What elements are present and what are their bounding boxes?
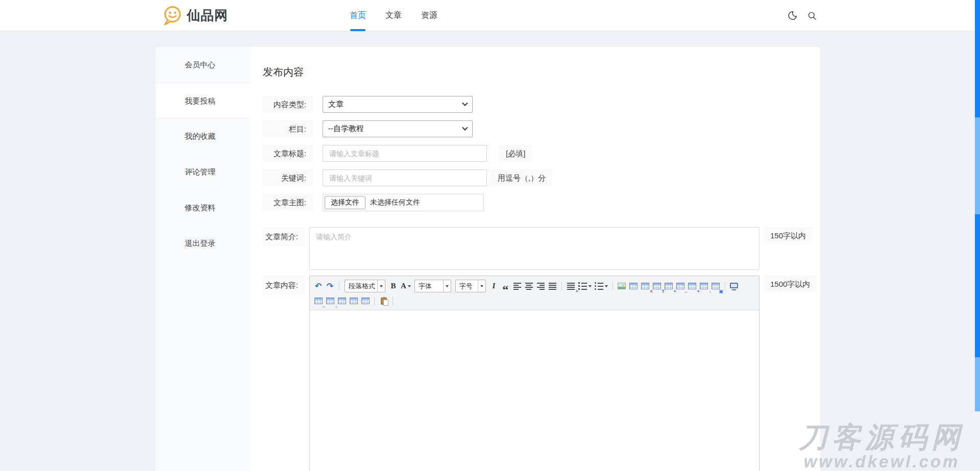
redo-icon[interactable]: ↷ <box>325 281 335 291</box>
unordered-list-icon[interactable] <box>594 281 609 291</box>
main-image-label: 文章主图: <box>263 194 313 211</box>
chevron-down-icon <box>377 280 385 292</box>
sidebar: 会员中心我要投稿我的收藏评论管理修改资料退出登录 <box>156 47 250 471</box>
content-type-value: 文章 <box>328 100 344 109</box>
keywords-hint: 用逗号（,）分 <box>491 169 552 186</box>
insert-row-right-icon[interactable]: → <box>313 295 324 306</box>
table-properties-icon[interactable]: T <box>652 281 663 291</box>
insert-row-below-icon[interactable]: ↓ <box>325 295 335 306</box>
table-rows-icon[interactable] <box>348 295 359 306</box>
nav-item-0[interactable]: 首页 <box>350 0 366 31</box>
keywords-input[interactable] <box>323 169 487 186</box>
align-justify-icon[interactable] <box>547 281 558 291</box>
form-row-keywords: 关键词: 用逗号（,）分 <box>263 169 820 186</box>
paste-icon[interactable] <box>378 295 389 306</box>
summary-limit-hint: 150字以内 <box>764 227 813 244</box>
editor-content-area[interactable] <box>310 310 759 471</box>
delete-table-icon[interactable]: × <box>640 281 651 291</box>
align-left-icon[interactable] <box>512 281 523 291</box>
toolbar-separator <box>339 282 339 290</box>
content-type-label: 内容类型: <box>263 96 313 113</box>
main-nav: 首页文章资源 <box>350 0 437 31</box>
form-row-article-title: 文章标题: [必填] <box>263 145 820 162</box>
nav-item-2[interactable]: 资源 <box>421 0 437 31</box>
watermark-title: 刀客源码网 <box>799 422 965 453</box>
article-title-input[interactable] <box>323 145 487 162</box>
scrollbar-thumb[interactable] <box>975 357 980 411</box>
bold-icon[interactable]: B <box>388 281 399 291</box>
blockquote-icon[interactable]: “ <box>500 281 511 291</box>
summary-textarea[interactable] <box>309 227 760 270</box>
chevron-down-icon <box>462 100 468 106</box>
sidebar-item-5[interactable]: 退出登录 <box>156 226 250 261</box>
nav-item-label: 文章 <box>385 10 402 21</box>
align-center-icon[interactable] <box>524 281 534 291</box>
sidebar-item-4[interactable]: 修改资料 <box>156 190 250 226</box>
sidebar-item-1[interactable]: 我要投稿 <box>156 83 250 118</box>
content-limit-hint: 1500字以内 <box>764 276 817 292</box>
insert-column-icon[interactable]: + <box>687 281 698 291</box>
editor-toolbar: ↶↷段落格式BA字体字号I“+×T+→+↓▣ →↓ <box>310 276 759 310</box>
nav-item-label: 首页 <box>350 10 366 21</box>
font-family-select[interactable]: 字体 <box>414 280 451 292</box>
toolbar-separator <box>374 296 375 305</box>
italic-icon[interactable]: I <box>488 281 499 291</box>
table-columns-icon[interactable] <box>360 295 371 306</box>
scrollbar-segment[interactable] <box>975 214 980 357</box>
toolbar-separator <box>725 282 725 290</box>
sidebar-item-3[interactable]: 评论管理 <box>156 154 250 190</box>
watermark-url: www.dkewl.com <box>799 453 965 471</box>
merge-cells-icon[interactable]: → <box>675 281 686 291</box>
category-value: --自学教程 <box>328 124 364 134</box>
delete-row-icon[interactable]: ↓ <box>699 281 709 291</box>
insert-row-above-icon[interactable]: + <box>664 281 674 291</box>
keywords-label: 关键词: <box>263 169 313 186</box>
paragraph-format-select-label: 段落格式 <box>345 282 377 291</box>
search-icon[interactable] <box>806 10 818 21</box>
paragraph-format-select[interactable]: 段落格式 <box>345 280 385 292</box>
merge-table-icon[interactable] <box>336 295 347 306</box>
undo-icon[interactable]: ↶ <box>313 281 324 291</box>
header-tools <box>787 0 818 31</box>
category-select[interactable]: --自学教程 <box>323 120 473 137</box>
content-type-select[interactable]: 文章 <box>323 96 473 113</box>
align-right-icon[interactable] <box>535 281 546 291</box>
ordered-list-icon[interactable] <box>577 281 593 291</box>
sidebar-item-2[interactable]: 我的收藏 <box>156 118 250 154</box>
dark-mode-icon[interactable] <box>787 10 798 21</box>
cell-properties-icon[interactable]: ▣ <box>710 281 721 291</box>
logo-smiley-icon <box>162 5 183 27</box>
fullscreen-icon[interactable] <box>729 281 740 291</box>
choose-file-button[interactable]: 选择文件 <box>325 196 365 209</box>
form-row-main-image: 文章主图: 选择文件 未选择任何文件 <box>263 194 820 211</box>
form-row-summary: 文章简介: 150字以内 <box>263 227 820 270</box>
required-hint: [必填] <box>499 145 532 162</box>
text-color-icon[interactable]: A <box>400 281 412 291</box>
content-label: 文章内容: <box>263 276 305 294</box>
toolbar-separator <box>612 282 613 290</box>
indent-icon[interactable]: + <box>566 281 576 291</box>
sidebar-item-0[interactable]: 会员中心 <box>156 47 250 83</box>
summary-label: 文章简介: <box>263 227 305 246</box>
form-row-content: 文章内容: ↶↷段落格式BA字体字号I“+×T+→+↓▣ →↓ 1500字以内 <box>263 276 820 471</box>
toolbar-separator <box>393 296 393 305</box>
scrollbar[interactable] <box>975 0 980 471</box>
chevron-down-icon <box>462 125 468 130</box>
article-title-label: 文章标题: <box>263 145 313 162</box>
form-row-content-type: 内容类型: 文章 <box>263 96 820 113</box>
insert-table-icon[interactable] <box>628 281 639 291</box>
nav-item-label: 资源 <box>421 10 437 21</box>
scrollbar-thumb[interactable] <box>975 117 980 214</box>
main-image-file-input[interactable]: 选择文件 未选择任何文件 <box>323 194 484 211</box>
nav-item-1[interactable]: 文章 <box>385 0 402 31</box>
publish-form: 发布内容 内容类型: 文章 栏目: --自学教程 文章标题: <box>263 47 820 471</box>
insert-image-icon[interactable] <box>617 281 627 291</box>
scrollbar-segment[interactable] <box>975 0 980 117</box>
chevron-down-icon <box>443 280 451 292</box>
category-label: 栏目: <box>263 120 313 137</box>
logo-text: 仙品网 <box>187 7 228 24</box>
toolbar-separator <box>561 282 562 290</box>
chevron-down-icon <box>478 280 485 292</box>
logo[interactable]: 仙品网 <box>162 0 228 31</box>
font-size-select[interactable]: 字号 <box>455 280 486 292</box>
